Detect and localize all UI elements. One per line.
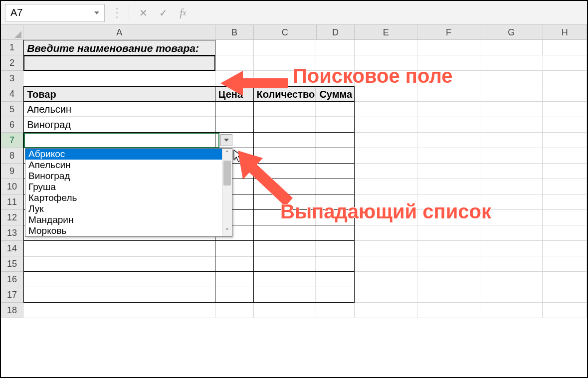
cell-E6[interactable] (355, 117, 417, 133)
cell-G13[interactable] (480, 225, 543, 241)
cell-F15[interactable] (417, 256, 480, 272)
name-box-dropdown-icon[interactable] (94, 11, 99, 14)
cell-D10[interactable] (316, 179, 355, 194)
row-header-18[interactable]: 18 (1, 303, 23, 318)
cell-A17[interactable] (23, 287, 215, 303)
dropdown-item[interactable]: Лук (25, 203, 222, 214)
cell-E5[interactable] (355, 102, 417, 117)
cell-G5[interactable] (480, 102, 543, 117)
cell-H6[interactable] (543, 117, 587, 133)
cell-A3[interactable] (23, 71, 215, 86)
col-header-B[interactable]: B (215, 25, 254, 39)
cell-C13[interactable] (254, 225, 317, 241)
col-header-D[interactable]: D (317, 25, 355, 39)
cell-E7[interactable] (355, 133, 417, 148)
row-header-9[interactable]: 9 (1, 164, 23, 179)
cell-E4[interactable] (355, 86, 417, 102)
cell-F13[interactable] (417, 225, 480, 241)
cell-H14[interactable] (543, 241, 587, 256)
cell-H16[interactable] (543, 272, 587, 287)
cell-H1[interactable] (543, 40, 587, 55)
cell-G18[interactable] (480, 303, 543, 318)
cell-F18[interactable] (417, 303, 480, 318)
row-header-16[interactable]: 16 (1, 272, 23, 287)
row-header-15[interactable]: 15 (1, 256, 23, 272)
dropdown-item[interactable]: Апельсин (25, 160, 222, 171)
cell-D14[interactable] (316, 241, 355, 256)
cell-A5[interactable]: Апельсин (23, 102, 215, 117)
cell-A15[interactable] (23, 256, 215, 272)
cell-B17[interactable] (215, 287, 254, 303)
cell-B18[interactable] (215, 303, 254, 318)
cell-F10[interactable] (417, 179, 480, 194)
cell-H4[interactable] (543, 86, 587, 102)
cell-G3[interactable] (480, 71, 543, 86)
cell-H7[interactable] (543, 133, 587, 148)
row-header-12[interactable]: 12 (1, 210, 23, 225)
cell-E13[interactable] (355, 225, 417, 241)
col-header-F[interactable]: F (417, 25, 480, 39)
cell-G4[interactable] (480, 86, 543, 102)
row-header-6[interactable]: 6 (1, 117, 23, 133)
cell-C16[interactable] (254, 272, 317, 287)
row-header-5[interactable]: 5 (1, 102, 23, 117)
cell-B5[interactable] (215, 102, 254, 117)
cell-A7[interactable] (23, 133, 215, 148)
dropdown-item[interactable]: Груша (25, 182, 222, 192)
cell-E8[interactable] (355, 148, 417, 164)
cell-C1[interactable] (254, 40, 317, 55)
cell-A2-search-field[interactable] (23, 55, 215, 71)
cell-D18[interactable] (316, 303, 355, 318)
cell-H10[interactable] (543, 179, 587, 194)
cell-H9[interactable] (543, 164, 587, 179)
cell-G15[interactable] (480, 256, 543, 272)
cell-F6[interactable] (417, 117, 480, 133)
cell-H13[interactable] (543, 225, 587, 241)
cell-H2[interactable] (543, 55, 588, 71)
cell-C18[interactable] (254, 303, 317, 318)
cell-D15[interactable] (316, 256, 355, 272)
cell-E10[interactable] (355, 179, 417, 194)
cell-G14[interactable] (480, 241, 543, 256)
row-header-8[interactable]: 8 (1, 148, 23, 164)
cell-F14[interactable] (417, 241, 480, 256)
cell-C5[interactable] (254, 102, 317, 117)
cell-C17[interactable] (254, 287, 317, 303)
cell-B14[interactable] (215, 241, 254, 256)
cell-B15[interactable] (215, 256, 254, 272)
scroll-up-icon[interactable]: ˄ (224, 149, 230, 159)
cell-F8[interactable] (417, 148, 480, 164)
cell-D9[interactable] (316, 164, 355, 179)
cell-G17[interactable] (480, 287, 543, 303)
row-header-1[interactable]: 1 (1, 40, 23, 55)
cell-D1[interactable] (316, 40, 355, 55)
row-header-14[interactable]: 14 (1, 241, 23, 256)
cell-H3[interactable] (543, 71, 587, 86)
formula-input[interactable] (197, 4, 583, 22)
cell-D17[interactable] (316, 287, 355, 303)
cell-B1[interactable] (215, 40, 254, 55)
cell-C6[interactable] (254, 117, 317, 133)
dropdown-item[interactable]: Виноград (25, 171, 222, 182)
cell-A16[interactable] (23, 272, 215, 287)
cell-G7[interactable] (480, 133, 543, 148)
cell-G1[interactable] (480, 40, 543, 55)
cell-G8[interactable] (480, 148, 543, 164)
row-header-2[interactable]: 2 (1, 55, 23, 71)
dropdown-item[interactable]: Картофель (25, 192, 222, 203)
dropdown-scrollbar[interactable]: ˄ ˅ (222, 149, 232, 236)
cell-D7[interactable] (316, 133, 355, 148)
cell-F17[interactable] (417, 287, 480, 303)
cell-F4[interactable] (417, 86, 480, 102)
cell-E15[interactable] (355, 256, 417, 272)
row-header-3[interactable]: 3 (1, 71, 23, 86)
cell-A18[interactable] (23, 303, 215, 318)
dropdown-item[interactable]: Морковь (25, 225, 222, 236)
cell-A1[interactable]: Введите наименование товара: (23, 40, 215, 55)
select-all-corner[interactable] (1, 25, 23, 39)
cell-H11[interactable] (543, 194, 587, 210)
cell-H17[interactable] (543, 287, 587, 303)
cell-G2[interactable] (480, 55, 543, 71)
scroll-down-icon[interactable]: ˅ (224, 226, 230, 236)
cell-E14[interactable] (355, 241, 417, 256)
